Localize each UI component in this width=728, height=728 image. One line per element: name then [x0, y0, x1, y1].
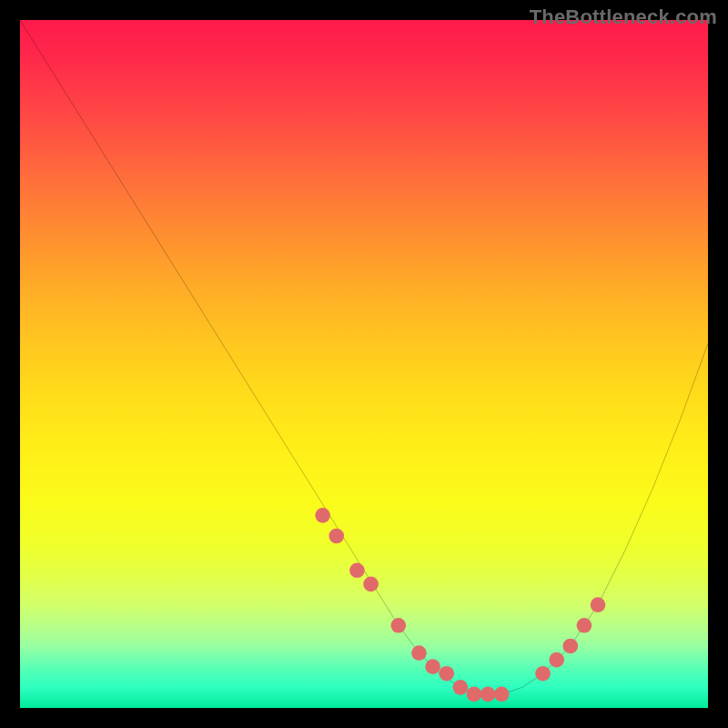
highlight-dot [425, 659, 440, 674]
highlight-dot [411, 645, 427, 661]
highlight-dot [577, 618, 592, 633]
highlight-dot [363, 577, 379, 592]
plot-area [20, 20, 708, 708]
bottleneck-curve [20, 20, 708, 694]
highlight-dot [390, 618, 406, 633]
watermark-text: TheBottleneck.com [530, 5, 717, 29]
highlight-dot [329, 529, 344, 544]
chart-svg [20, 20, 708, 708]
highlight-dots-group [315, 508, 605, 702]
highlight-dot [315, 508, 330, 523]
highlight-dot [480, 687, 496, 703]
highlight-dot [453, 680, 469, 695]
chart-stage: TheBottleneck.com [0, 0, 728, 728]
highlight-dot [439, 666, 454, 682]
highlight-dot [467, 687, 482, 703]
highlight-dot [494, 687, 510, 703]
highlight-dot [535, 666, 551, 682]
highlight-dot [349, 562, 365, 578]
highlight-dot [549, 652, 564, 668]
highlight-dot [562, 639, 578, 654]
highlight-dot [591, 597, 606, 612]
